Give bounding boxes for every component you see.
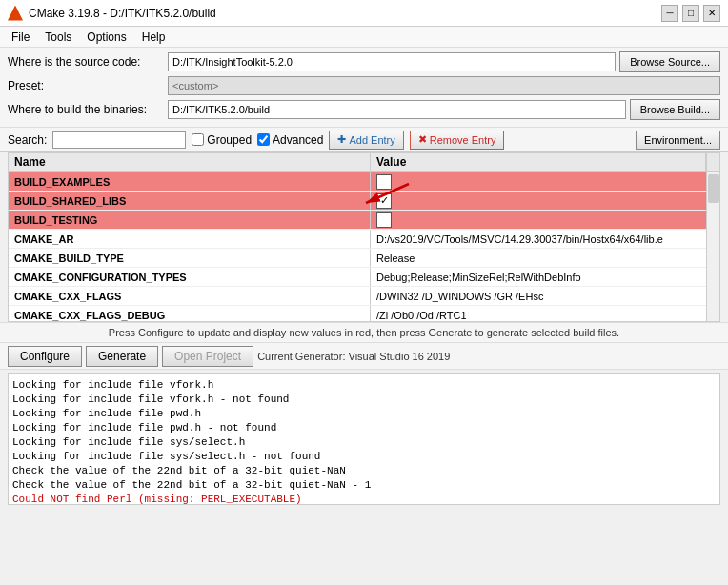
table-scroll[interactable]: BUILD_EXAMPLES BUILD_SHARED_LIBS BUILD_T…	[9, 172, 719, 321]
source-label: Where is the source code:	[8, 55, 168, 69]
open-project-button[interactable]: Open Project	[162, 346, 253, 367]
cell-name: CMAKE_CONFIGURATION_TYPES	[9, 268, 371, 286]
grouped-label: Grouped	[207, 133, 252, 147]
cell-value: Debug;Release;MinSizeRel;RelWithDebInfo	[371, 268, 706, 286]
table-row[interactable]: BUILD_TESTING	[9, 211, 706, 230]
plus-icon: ✚	[337, 133, 346, 146]
cell-name: BUILD_EXAMPLES	[9, 172, 371, 191]
x-icon: ✖	[418, 133, 427, 146]
table-row[interactable]: CMAKE_CXX_FLAGS /DWIN32 /D_WINDOWS /GR /…	[9, 287, 706, 306]
cell-name: BUILD_TESTING	[9, 211, 371, 229]
table-row[interactable]: CMAKE_CONFIGURATION_TYPES Debug;Release;…	[9, 268, 706, 287]
cell-name: BUILD_SHARED_LIBS	[9, 192, 371, 210]
source-input[interactable]	[168, 52, 616, 71]
search-label: Search:	[8, 133, 47, 147]
browse-build-button[interactable]: Browse Build...	[630, 99, 720, 120]
menu-bar: File Tools Options Help	[0, 27, 728, 48]
cell-value[interactable]	[371, 211, 706, 229]
advanced-label: Advanced	[273, 133, 323, 147]
log-line: Check the value of the 22nd bit of a 32-…	[12, 464, 716, 478]
search-input[interactable]	[52, 131, 186, 149]
row-checkbox[interactable]	[376, 193, 392, 209]
log-line: Check the value of the 22nd bit of a 32-…	[12, 478, 716, 493]
window-controls[interactable]: ─ □ ✕	[661, 5, 720, 22]
table-header: Name Value	[9, 153, 719, 172]
minimize-button[interactable]: ─	[661, 5, 678, 22]
cmake-table: Name Value BUILD_EXAMPLES BUILD_SHARED_L…	[8, 152, 720, 322]
log-line: Looking for include file vfork.h	[12, 378, 716, 393]
log-line: Looking for include file pwd.h - not fou…	[12, 421, 716, 435]
log-line: Could NOT find Perl (missing: PERL_EXECU…	[12, 493, 716, 505]
table-row[interactable]: BUILD_EXAMPLES	[9, 172, 706, 192]
cell-value: D:/vs2019/VC/Tools/MSVC/14.29.30037/bin/…	[371, 230, 706, 248]
log-line: Looking for include file pwd.h	[12, 407, 716, 421]
cmake-icon	[8, 6, 23, 21]
grouped-checkbox-label[interactable]: Grouped	[192, 133, 252, 147]
cell-value[interactable]	[371, 192, 706, 210]
preset-row: Preset:	[8, 75, 720, 96]
log-area[interactable]: Looking for include file vfork.hLooking …	[8, 373, 720, 505]
remove-entry-button[interactable]: ✖ Remove Entry	[410, 131, 505, 150]
cell-name: CMAKE_CXX_FLAGS	[9, 287, 371, 305]
table-row[interactable]: CMAKE_CXX_FLAGS_DEBUG /Zi /Ob0 /Od /RTC1	[9, 306, 706, 321]
status-text: Press Configure to update and display ne…	[109, 327, 619, 338]
menu-file[interactable]: File	[4, 29, 37, 45]
title-bar: CMake 3.19.8 - D:/ITK/ITK5.2.0/build ─ □…	[0, 0, 728, 27]
bottom-toolbar: Configure Generate Open Project Current …	[0, 343, 728, 370]
table-row[interactable]: CMAKE_AR D:/vs2019/VC/Tools/MSVC/14.29.3…	[9, 230, 706, 249]
build-input[interactable]	[168, 100, 626, 119]
grouped-checkbox[interactable]	[192, 133, 204, 146]
menu-options[interactable]: Options	[79, 29, 133, 45]
generator-label: Current Generator: Visual Studio 16 2019	[257, 351, 450, 362]
browse-source-button[interactable]: Browse Source...	[619, 51, 720, 72]
name-column-header: Name	[9, 153, 371, 171]
advanced-checkbox-label[interactable]: Advanced	[257, 133, 323, 147]
window-title: CMake 3.19.8 - D:/ITK/ITK5.2.0/build	[29, 7, 661, 20]
log-line: Looking for include file sys/select.h	[12, 435, 716, 450]
cell-value[interactable]	[371, 172, 706, 191]
maximize-button[interactable]: □	[682, 5, 699, 22]
table-scrollbar[interactable]	[706, 172, 719, 321]
build-label: Where to build the binaries:	[8, 103, 168, 116]
form-section: Where is the source code: Browse Source.…	[0, 48, 728, 128]
cell-name: CMAKE_CXX_FLAGS_DEBUG	[9, 306, 371, 321]
add-entry-button[interactable]: ✚ Add Entry	[329, 131, 403, 150]
preset-input[interactable]	[168, 76, 720, 95]
configure-button[interactable]: Configure	[8, 346, 82, 367]
source-row: Where is the source code: Browse Source.…	[8, 51, 720, 72]
status-bar: Press Configure to update and display ne…	[0, 322, 728, 343]
search-row: Search: Grouped Advanced ✚ Add Entry ✖ R…	[0, 128, 728, 152]
environment-button[interactable]: Environment...	[636, 131, 720, 150]
row-checkbox[interactable]	[376, 174, 392, 190]
preset-label: Preset:	[8, 79, 168, 92]
generate-button[interactable]: Generate	[86, 346, 158, 367]
row-checkbox[interactable]	[376, 212, 392, 228]
cell-name: CMAKE_AR	[9, 230, 371, 248]
close-button[interactable]: ✕	[703, 5, 720, 22]
log-line: Looking for include file vfork.h - not f…	[12, 393, 716, 407]
cell-name: CMAKE_BUILD_TYPE	[9, 249, 371, 267]
table-row[interactable]: CMAKE_BUILD_TYPE Release	[9, 249, 706, 268]
value-column-header: Value	[371, 153, 706, 171]
cell-value: /Zi /Ob0 /Od /RTC1	[371, 306, 706, 321]
menu-help[interactable]: Help	[134, 29, 173, 45]
table-row[interactable]: BUILD_SHARED_LIBS	[9, 192, 706, 211]
build-row: Where to build the binaries: Browse Buil…	[8, 99, 720, 120]
log-line: Looking for include file sys/select.h - …	[12, 450, 716, 464]
cell-value: Release	[371, 249, 706, 267]
menu-tools[interactable]: Tools	[37, 29, 79, 45]
cell-value: /DWIN32 /D_WINDOWS /GR /EHsc	[371, 287, 706, 305]
advanced-checkbox[interactable]	[257, 133, 270, 146]
